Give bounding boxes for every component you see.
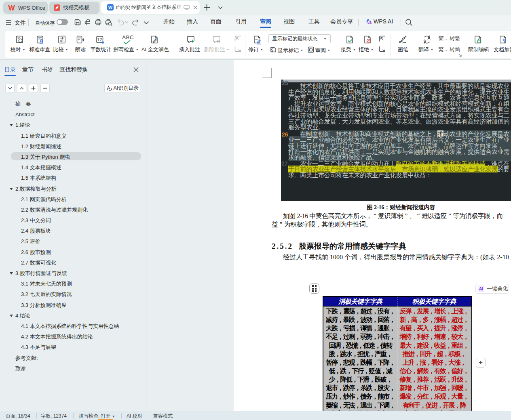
svg-text:文: 文 — [423, 39, 427, 44]
svg-text:12: 12 — [97, 37, 102, 42]
svg-text:A: A — [428, 36, 431, 40]
